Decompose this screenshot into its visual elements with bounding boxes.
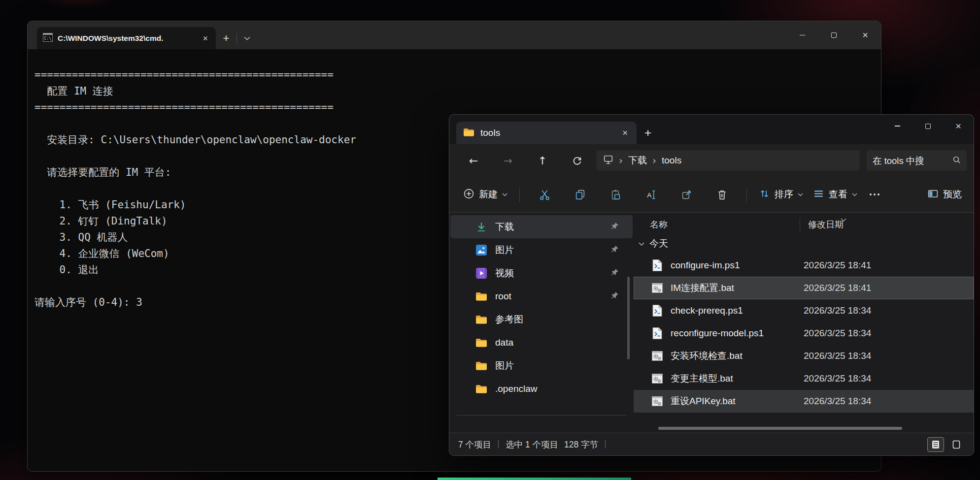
copy-button[interactable] (566, 182, 594, 207)
share-button[interactable] (672, 182, 701, 207)
file-list-pane: 名称 修改日期 今天 configure-im.ps1 202 (634, 213, 974, 433)
explorer-tabstrip[interactable]: tools × + × (449, 115, 974, 144)
terminal-tab-title: C:\WINDOWS\system32\cmd. (58, 34, 196, 43)
terminal-tab[interactable]: C:\_ C:\WINDOWS\system32\cmd. × (37, 27, 216, 49)
navigation-pane: 下载 图片 视频 (449, 213, 634, 433)
preview-pane-icon (927, 188, 939, 201)
new-button[interactable]: 新建 (458, 182, 512, 207)
terminal-close-button[interactable]: × (849, 21, 881, 49)
terminal-maximize-button[interactable] (818, 21, 849, 49)
sidebar-item-label: root (495, 291, 511, 302)
sidebar-item-label: 下载 (495, 221, 514, 233)
sidebar-item-label: .openclaw (495, 384, 538, 394)
explorer-tab-title: tools (480, 128, 614, 138)
more-options-button[interactable] (862, 182, 887, 207)
terminal-tab-close-icon[interactable]: × (201, 34, 210, 43)
pin-icon (611, 222, 619, 232)
breadcrumb[interactable]: › 下载 › tools (596, 150, 860, 171)
column-header-date[interactable]: 修改日期 (800, 219, 844, 230)
explorer-window: tools × + × ← → ↑ › 下载 › (449, 114, 974, 456)
this-pc-icon[interactable] (603, 155, 613, 167)
sidebar-scrollbar[interactable] (627, 277, 630, 359)
column-sort-chevron-icon[interactable] (841, 214, 846, 224)
file-date: 2026/3/25 18:41 (804, 260, 871, 271)
up-button[interactable]: ↑ (525, 150, 560, 171)
sidebar-item-label: 图片 (495, 359, 514, 372)
file-row-reconfigure-model[interactable]: reconfigure-model.ps1 2026/3/25 18:34 (634, 322, 974, 345)
taskbar-accent-strip (438, 478, 631, 480)
pin-icon (611, 291, 619, 301)
column-headers: 名称 修改日期 (634, 216, 974, 233)
rename-button[interactable]: A (637, 182, 665, 207)
cut-button[interactable] (530, 182, 559, 207)
file-date: 2026/3/25 18:34 (804, 351, 871, 361)
file-date: 2026/3/25 18:34 (804, 305, 871, 316)
sidebar-item-pictures-folder[interactable]: 图片 (450, 354, 633, 377)
file-date: 2026/3/25 18:34 (804, 396, 871, 407)
folder-icon (475, 315, 488, 324)
view-button[interactable]: 查看 (808, 182, 862, 207)
explorer-tab[interactable]: tools × (456, 122, 637, 144)
powershell-file-icon (651, 305, 664, 317)
breadcrumb-item-tools[interactable]: tools (662, 155, 681, 166)
file-row-change-model[interactable]: 变更主模型.bat 2026/3/25 18:34 (634, 367, 974, 390)
terminal-titlebar[interactable]: C:\_ C:\WINDOWS\system32\cmd. × + × (28, 21, 881, 49)
sidebar-item-downloads[interactable]: 下载 (450, 215, 633, 238)
sidebar-item-root[interactable]: root (450, 285, 633, 308)
file-name: check-prereq.ps1 (671, 305, 743, 316)
search-input[interactable]: 在 tools 中搜 (873, 155, 948, 167)
file-row-env-check[interactable]: 安装环境检查.bat 2026/3/25 18:34 (634, 345, 974, 367)
group-header-today[interactable]: 今天 (634, 233, 974, 254)
videos-icon (475, 268, 488, 279)
delete-button[interactable] (708, 182, 736, 207)
sidebar-item-videos[interactable]: 视频 (450, 261, 633, 285)
sort-button[interactable]: 排序 (754, 182, 808, 207)
toolbar-divider (519, 187, 520, 202)
horizontal-scrollbar[interactable] (658, 427, 902, 430)
batch-file-icon (651, 351, 664, 361)
preview-button[interactable]: 预览 (924, 188, 965, 201)
plus-circle-icon (463, 188, 474, 201)
terminal-new-tab-button[interactable]: + (216, 27, 237, 49)
breadcrumb-item-downloads[interactable]: 下载 (628, 154, 647, 167)
file-date: 2026/3/25 18:34 (804, 373, 871, 384)
file-row-configure-im[interactable]: configure-im.ps1 2026/3/25 18:41 (634, 254, 974, 277)
terminal-minimize-button[interactable] (786, 21, 818, 49)
details-view-icon (932, 440, 940, 449)
folder-icon (475, 361, 488, 371)
cmd-icon: C:\_ (43, 33, 53, 44)
sidebar-item-label: data (495, 337, 513, 348)
file-name: reconfigure-model.ps1 (671, 328, 764, 339)
file-row-check-prereq[interactable]: check-prereq.ps1 2026/3/25 18:34 (634, 299, 974, 322)
large-icons-view-button[interactable] (948, 437, 965, 452)
search-box[interactable]: 在 tools 中搜 (867, 150, 967, 171)
explorer-toolbar: 新建 A (449, 177, 974, 213)
sidebar-item-pictures[interactable]: 图片 (450, 238, 633, 261)
column-header-name[interactable]: 名称 (634, 219, 800, 230)
search-icon (952, 156, 961, 166)
selection-count: 选中 1 个项目 (506, 439, 558, 450)
paste-button[interactable] (601, 182, 630, 207)
breadcrumb-chevron-icon: › (619, 155, 623, 166)
forward-button[interactable]: → (491, 150, 525, 171)
pin-icon (611, 245, 619, 255)
folder-icon (475, 384, 488, 394)
file-row-im-config[interactable]: IM连接配置.bat 2026/3/25 18:41 (634, 277, 974, 299)
explorer-maximize-button[interactable] (912, 115, 943, 137)
sidebar-item-reference[interactable]: 参考图 (450, 308, 633, 331)
svg-text:C:\_: C:\_ (44, 36, 53, 40)
sidebar-item-data[interactable]: data (450, 331, 633, 354)
terminal-tab-dropdown-icon[interactable] (237, 27, 257, 49)
sidebar-item-openclaw[interactable]: .openclaw (450, 377, 633, 400)
file-date: 2026/3/25 18:34 (804, 328, 871, 339)
explorer-new-tab-button[interactable]: + (637, 122, 659, 144)
details-view-button[interactable] (927, 437, 944, 452)
explorer-tab-close-icon[interactable]: × (620, 128, 630, 138)
back-button[interactable]: ← (456, 150, 491, 171)
explorer-minimize-button[interactable] (882, 115, 912, 137)
status-divider (498, 440, 499, 448)
file-row-reset-apikey[interactable]: 重设APIKey.bat 2026/3/25 18:34 (634, 390, 974, 413)
refresh-button[interactable] (560, 150, 594, 171)
sort-button-label: 排序 (775, 188, 793, 201)
explorer-close-button[interactable]: × (943, 115, 974, 137)
